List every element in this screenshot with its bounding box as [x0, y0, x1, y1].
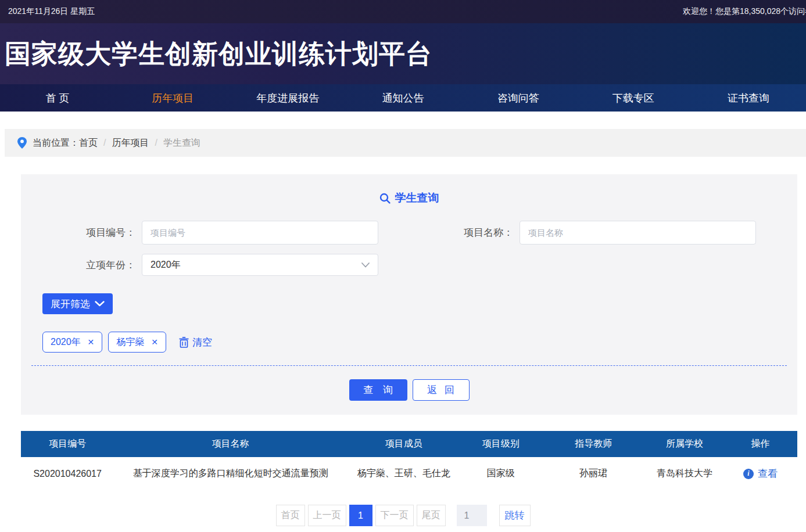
page-number-current[interactable]: 1: [349, 505, 372, 526]
panel-title: 学生查询: [31, 190, 787, 206]
dashed-divider: [31, 365, 787, 366]
search-form: 项目编号： 项目名称： 立项年份： 2020年: [31, 221, 787, 285]
nav-item-downloads[interactable]: 下载专区: [576, 84, 691, 112]
col-header-teacher: 指导教师: [541, 438, 646, 450]
cell-level: 国家级: [460, 468, 541, 480]
table-header-row: 项目编号 项目名称 项目成员 项目级别 指导教师 所属学校 操作: [21, 431, 797, 457]
project-code-label: 项目编号：: [86, 226, 142, 239]
cell-teacher: 孙丽珺: [541, 468, 646, 480]
back-button[interactable]: 返 回: [413, 379, 470, 401]
filter-tag-student[interactable]: 杨宇燊 ✕: [108, 332, 166, 353]
main-nav: 首 页 历年项目 年度进展报告 通知公告 咨询问答 下载专区 证书查询: [0, 84, 806, 112]
field-project-name: 项目名称：: [409, 221, 787, 245]
search-icon: [379, 193, 391, 204]
col-header-action: 操作: [723, 438, 797, 450]
location-pin-icon: [17, 137, 27, 149]
topbar-welcome: 欢迎您！您是第18,350,028个访问者: [683, 6, 806, 17]
search-panel: 学生查询 项目编号： 项目名称： 立项年份： 2020年 展开筛选: [21, 174, 797, 415]
breadcrumb-separator: /: [103, 138, 106, 148]
page-last-button[interactable]: 尾页: [417, 505, 446, 526]
year-select[interactable]: 2020年: [142, 254, 378, 276]
cell-members: 杨宇燊、王研、毛仕龙: [347, 468, 460, 480]
topbar: 2021年11月26日 星期五 欢迎您！您是第18,350,028个访问者: [0, 0, 806, 23]
action-buttons: 查 询 返 回: [31, 379, 787, 401]
view-link[interactable]: i 查看: [743, 467, 778, 480]
nav-item-home[interactable]: 首 页: [0, 84, 115, 112]
filter-tag-row: 2020年 ✕ 杨宇燊 ✕ 清空: [42, 332, 787, 353]
view-link-label: 查看: [758, 467, 778, 480]
col-header-school: 所属学校: [646, 438, 723, 450]
site-banner: 国家级大学生创新创业训练计划平台: [0, 23, 806, 84]
cell-action: i 查看: [723, 467, 797, 480]
cell-school: 青岛科技大学: [646, 468, 723, 480]
trash-icon: [179, 337, 189, 348]
page-next-button[interactable]: 下一页: [375, 505, 414, 526]
nav-item-qa[interactable]: 咨询问答: [461, 84, 576, 112]
tag-close-icon[interactable]: ✕: [88, 337, 95, 347]
expand-filters-label: 展开筛选: [51, 297, 90, 311]
col-header-project-code: 项目编号: [21, 438, 114, 450]
clear-filters-button[interactable]: 清空: [179, 336, 212, 349]
site-title: 国家级大学生创新创业训练计划平台: [0, 37, 432, 71]
page-jump-button[interactable]: 跳转: [499, 505, 531, 526]
nav-item-past-projects[interactable]: 历年项目: [115, 84, 230, 112]
cell-project-name: 基于深度学习的多路口精细化短时交通流量预测: [114, 468, 347, 480]
breadcrumb: 当前位置： 首页 / 历年项目 / 学生查询: [5, 129, 806, 157]
project-name-label: 项目名称：: [464, 226, 520, 239]
page-jump-input[interactable]: [457, 505, 487, 526]
topbar-date: 2021年11月26日 星期五: [8, 6, 95, 17]
breadcrumb-section[interactable]: 历年项目: [112, 137, 149, 149]
panel-title-text: 学生查询: [395, 190, 439, 206]
field-project-code: 项目编号：: [31, 221, 409, 245]
expand-filters-button[interactable]: 展开筛选: [42, 293, 113, 314]
project-code-input[interactable]: [142, 221, 378, 245]
chevron-down-icon: [361, 263, 370, 268]
nav-item-notices[interactable]: 通知公告: [345, 84, 460, 112]
breadcrumb-prefix: 当前位置：: [33, 137, 79, 149]
table-row: S202010426017 基于深度学习的多路口精细化短时交通流量预测 杨宇燊、…: [21, 457, 797, 490]
cell-project-code: S202010426017: [21, 469, 114, 479]
page-prev-button[interactable]: 上一页: [308, 505, 346, 526]
query-button[interactable]: 查 询: [349, 379, 407, 401]
breadcrumb-current: 学生查询: [163, 137, 200, 149]
year-select-value: 2020年: [151, 259, 181, 271]
nav-item-annual-report[interactable]: 年度进展报告: [230, 84, 345, 112]
nav-item-certificate[interactable]: 证书查询: [691, 84, 806, 112]
field-year: 立项年份： 2020年: [31, 254, 409, 276]
clear-filters-label: 清空: [192, 336, 212, 349]
results-table: 项目编号 项目名称 项目成员 项目级别 指导教师 所属学校 操作 S202010…: [21, 431, 797, 490]
col-header-members: 项目成员: [347, 438, 460, 450]
year-label: 立项年份：: [86, 258, 142, 272]
pagination: 首页 上一页 1 下一页 尾页 跳转: [0, 505, 806, 526]
filter-tag-year[interactable]: 2020年 ✕: [42, 332, 102, 353]
filter-tag-label: 杨宇燊: [116, 336, 144, 348]
filter-tag-label: 2020年: [51, 336, 81, 348]
breadcrumb-home[interactable]: 首页: [79, 137, 98, 149]
info-icon: i: [743, 469, 754, 479]
page-first-button[interactable]: 首页: [276, 505, 305, 526]
chevron-down-icon: [95, 301, 105, 307]
col-header-project-name: 项目名称: [114, 438, 347, 450]
project-name-input[interactable]: [520, 221, 756, 245]
tag-close-icon[interactable]: ✕: [151, 337, 158, 347]
breadcrumb-separator: /: [155, 138, 157, 148]
col-header-level: 项目级别: [460, 438, 541, 450]
